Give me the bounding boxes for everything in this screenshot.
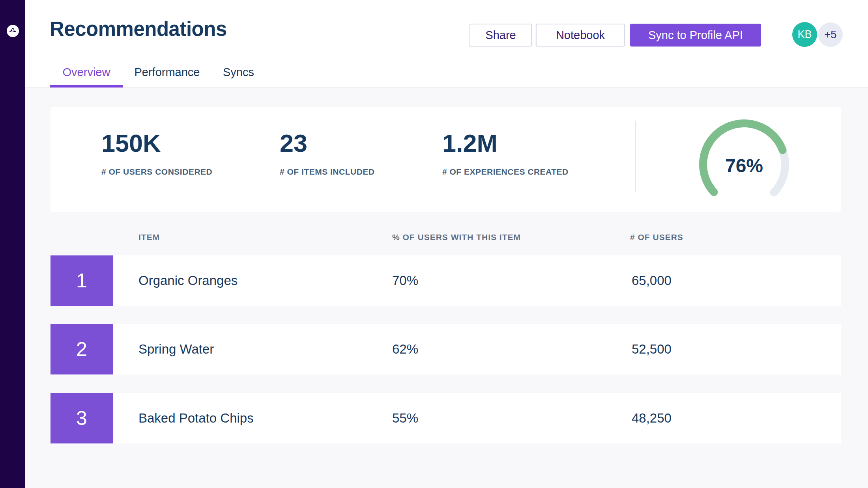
pct-users-cell: 70% bbox=[392, 255, 418, 306]
stat-experiences-created-value: 1.2M bbox=[442, 129, 498, 157]
recommendations-page: Recommendations Overview Performance Syn… bbox=[0, 0, 868, 488]
pct-users-cell: 55% bbox=[392, 393, 418, 443]
pct-users-cell: 62% bbox=[392, 324, 418, 374]
tab-overview[interactable]: Overview bbox=[50, 64, 123, 80]
user-avatar[interactable]: KB bbox=[792, 22, 817, 47]
share-button[interactable]: Share bbox=[470, 24, 532, 47]
stat-items-included-label: # OF ITEMS INCLUDED bbox=[280, 167, 375, 177]
completion-gauge: 76% bbox=[697, 117, 791, 212]
sidebar-nav bbox=[0, 0, 25, 488]
amplitude-logo-icon bbox=[8, 26, 17, 36]
table-row[interactable]: 3 Baked Potato Chips 55% 48,250 bbox=[51, 393, 841, 443]
rank-badge: 2 bbox=[51, 324, 113, 374]
stat-users-considered-value: 150K bbox=[101, 129, 161, 157]
stat-experiences-created-label: # OF EXPERIENCES CREATED bbox=[442, 167, 569, 177]
rank-badge: 1 bbox=[51, 255, 113, 306]
tab-performance[interactable]: Performance bbox=[123, 64, 211, 80]
app-logo[interactable] bbox=[7, 25, 19, 37]
stat-items-included-value: 23 bbox=[280, 129, 307, 157]
item-name-cell: Baked Potato Chips bbox=[138, 393, 254, 443]
stats-divider bbox=[635, 121, 636, 192]
num-users-cell: 52,500 bbox=[632, 324, 672, 374]
table-row[interactable]: 2 Spring Water 62% 52,500 bbox=[51, 324, 841, 374]
item-name-cell: Spring Water bbox=[138, 324, 214, 374]
page-title: Recommendations bbox=[50, 17, 227, 41]
rank-badge: 3 bbox=[51, 393, 113, 443]
stat-users-considered-label: # OF USERS CONSIDERED bbox=[101, 167, 212, 177]
item-name-cell: Organic Oranges bbox=[138, 255, 238, 306]
avatar-overflow-count[interactable]: +5 bbox=[818, 22, 843, 47]
num-users-cell: 65,000 bbox=[632, 255, 672, 306]
sync-to-profile-api-button[interactable]: Sync to Profile API bbox=[630, 24, 761, 47]
notebook-button[interactable]: Notebook bbox=[536, 24, 625, 47]
num-users-cell: 48,250 bbox=[632, 393, 672, 443]
table-row[interactable]: 1 Organic Oranges 70% 65,000 bbox=[51, 255, 841, 306]
tab-syncs[interactable]: Syncs bbox=[211, 64, 266, 80]
column-header-num-users: # OF USERS bbox=[630, 233, 683, 242]
column-header-pct-users: % OF USERS WITH THIS ITEM bbox=[392, 233, 521, 242]
active-tab-indicator bbox=[50, 85, 123, 88]
gauge-percent-label: 76% bbox=[697, 155, 791, 177]
column-header-item: ITEM bbox=[138, 233, 160, 242]
